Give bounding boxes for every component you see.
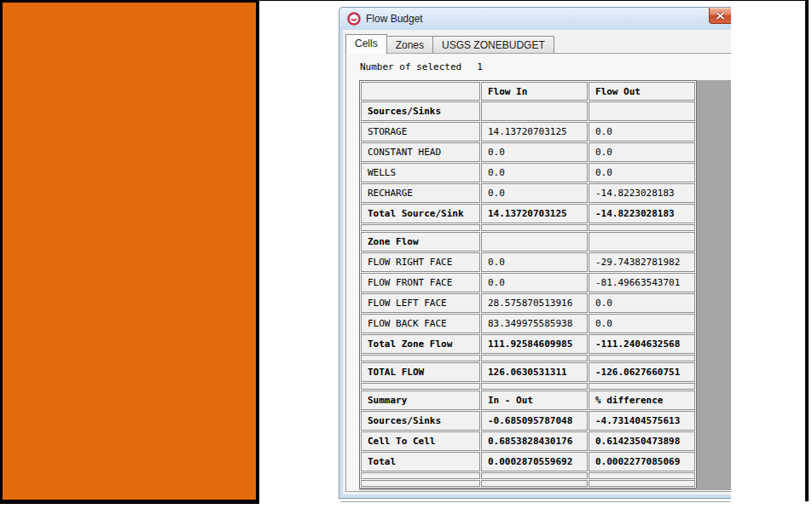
row-label-cell[interactable]: Total Zone Flow <box>361 334 480 354</box>
flow-in-cell[interactable] <box>481 232 588 252</box>
flow-in-cell[interactable]: 0.0 <box>481 163 588 182</box>
row-label-cell[interactable]: FLOW RIGHT FACE <box>361 252 480 272</box>
number-of-selected-label: Number of selected <box>360 61 461 72</box>
flow-out-cell[interactable]: 0.6142350473898 <box>589 431 695 451</box>
table-row: Total Zone Flow111.92584609985-111.24046… <box>361 334 695 354</box>
flow-out-cell[interactable]: 0.0 <box>589 293 695 313</box>
flow-out-cell[interactable] <box>589 232 695 252</box>
flow-budget-grid[interactable]: Flow In Flow Out Sources/SinksSTORAGE14.… <box>359 80 731 490</box>
flow-in-cell[interactable] <box>481 472 588 479</box>
flow-in-cell[interactable]: 0.0 <box>481 142 588 162</box>
number-of-selected: Number of selected1 <box>360 61 483 72</box>
flow-out-cell[interactable]: 0.0002277085069 <box>589 452 695 471</box>
number-of-selected-value: 1 <box>477 61 483 72</box>
tab-page-cells: Number of selected1 Flow In Flow Out <box>345 53 731 492</box>
spacer-row <box>361 472 695 479</box>
flow-in-cell[interactable]: 83.349975585938 <box>481 314 588 333</box>
row-label-cell[interactable] <box>361 224 480 231</box>
close-button[interactable] <box>709 8 731 24</box>
table-row: FLOW LEFT FACE28.5758705139160.0 <box>361 293 695 313</box>
screenshot-canvas: Flow Budget Cells Zones USGS ZONEBUDGET … <box>0 0 812 509</box>
row-label-cell[interactable]: Cell To Cell <box>361 431 480 451</box>
flow-out-cell[interactable] <box>589 101 695 121</box>
modelmuse-icon <box>347 12 361 26</box>
row-label-cell[interactable]: Sources/Sinks <box>361 411 480 431</box>
flow-in-cell[interactable] <box>481 383 588 390</box>
flow-in-cell[interactable] <box>481 355 588 362</box>
row-label-cell[interactable]: Total <box>361 452 480 471</box>
table-row: WELLS0.00.0 <box>361 163 695 182</box>
tab-cells[interactable]: Cells <box>345 34 387 54</box>
flow-in-cell[interactable]: 126.0630531311 <box>481 362 588 382</box>
row-label-cell[interactable]: CONSTANT HEAD <box>361 142 480 162</box>
flow-out-cell[interactable]: -29.74382781982 <box>589 252 695 272</box>
title-bar[interactable]: Flow Budget <box>339 8 731 30</box>
flow-out-cell[interactable] <box>589 480 695 487</box>
flow-in-cell[interactable]: 14.13720703125 <box>481 122 588 142</box>
row-label-cell[interactable]: FLOW BACK FACE <box>361 314 480 333</box>
flow-in-cell[interactable]: 0.0002870559692 <box>481 452 588 471</box>
flow-out-cell[interactable]: 0.0 <box>589 122 695 142</box>
row-label-cell[interactable]: Sources/Sinks <box>361 101 480 121</box>
flow-in-cell[interactable]: 14.13720703125 <box>481 204 588 223</box>
table-row: RECHARGE0.0-14.8223028183 <box>361 183 695 203</box>
header-row: Flow In Flow Out <box>361 82 695 101</box>
flow-out-cell[interactable]: 0.0 <box>589 314 695 333</box>
flow-out-cell[interactable]: -126.0627660751 <box>589 362 695 382</box>
flow-out-cell[interactable] <box>589 383 695 390</box>
table-row: Zone Flow <box>361 232 695 252</box>
tab-zones[interactable]: Zones <box>386 36 433 53</box>
flow-out-cell[interactable]: -14.8223028183 <box>589 183 695 203</box>
flow-budget-window: Flow Budget Cells Zones USGS ZONEBUDGET … <box>339 7 731 499</box>
table-row: CONSTANT HEAD0.00.0 <box>361 142 695 162</box>
flow-out-cell[interactable]: 0.0 <box>589 163 695 182</box>
header-flow-out-cell: Flow Out <box>589 82 695 101</box>
row-label-cell[interactable]: STORAGE <box>361 122 480 142</box>
header-flow-in-cell: Flow In <box>481 82 588 101</box>
table-row: Total0.00028705596920.0002277085069 <box>361 452 695 471</box>
flow-out-cell[interactable]: -4.731404575613 <box>589 411 695 431</box>
flow-out-cell[interactable] <box>589 472 695 479</box>
flow-out-cell[interactable]: -111.2404632568 <box>589 334 695 354</box>
row-label-cell[interactable]: FLOW FRONT FACE <box>361 273 480 292</box>
flow-budget-table-wrap: Flow In Flow Out Sources/SinksSTORAGE14.… <box>359 80 697 489</box>
spacer-row <box>361 480 695 487</box>
row-label-cell[interactable]: Total Source/Sink <box>361 204 480 223</box>
flow-out-cell[interactable]: % difference <box>589 390 695 410</box>
flow-in-cell[interactable] <box>481 480 588 487</box>
row-label-cell[interactable]: FLOW LEFT FACE <box>361 293 480 313</box>
spacer-row <box>361 355 695 362</box>
row-label-cell[interactable]: Summary <box>361 390 480 410</box>
flow-in-cell[interactable]: 0.6853828430176 <box>481 431 588 451</box>
row-label-cell[interactable]: RECHARGE <box>361 183 480 203</box>
flow-in-cell[interactable] <box>481 101 588 121</box>
flow-in-cell[interactable]: 28.575870513916 <box>481 293 588 313</box>
flow-out-cell[interactable]: 0.0 <box>589 142 695 162</box>
flow-out-cell[interactable] <box>589 224 695 231</box>
flow-in-cell[interactable]: -0.685095787048 <box>481 411 588 431</box>
flow-out-cell[interactable] <box>589 355 695 362</box>
client-area: Cells Zones USGS ZONEBUDGET Number of se… <box>343 30 731 495</box>
flow-in-cell[interactable]: In - Out <box>481 390 588 410</box>
flow-in-cell[interactable]: 111.92584609985 <box>481 334 588 354</box>
row-label-cell[interactable]: Zone Flow <box>361 232 480 252</box>
row-label-cell[interactable] <box>361 472 480 479</box>
flow-in-cell[interactable] <box>481 224 588 231</box>
row-label-cell[interactable] <box>361 383 480 390</box>
row-label-cell[interactable]: WELLS <box>361 163 480 182</box>
orange-panel <box>0 0 259 504</box>
flow-in-cell[interactable]: 0.0 <box>481 252 588 272</box>
table-row: Sources/Sinks <box>361 101 695 121</box>
flow-in-cell[interactable]: 0.0 <box>481 273 588 292</box>
row-label-cell[interactable] <box>361 355 480 362</box>
flow-out-cell[interactable]: -81.49663543701 <box>589 273 695 292</box>
row-label-cell[interactable] <box>361 480 480 487</box>
flow-out-cell[interactable]: -14.8223028183 <box>589 204 695 223</box>
tab-usgs-zonebudget[interactable]: USGS ZONEBUDGET <box>432 36 554 53</box>
table-row: Sources/Sinks-0.685095787048-4.731404575… <box>361 411 695 431</box>
row-label-cell[interactable]: TOTAL FLOW <box>361 362 480 382</box>
table-row: SummaryIn - Out% difference <box>361 390 695 410</box>
tab-bar: Cells Zones USGS ZONEBUDGET <box>345 34 554 53</box>
table-row: Total Source/Sink14.13720703125-14.82230… <box>361 204 695 223</box>
flow-in-cell[interactable]: 0.0 <box>481 183 588 203</box>
